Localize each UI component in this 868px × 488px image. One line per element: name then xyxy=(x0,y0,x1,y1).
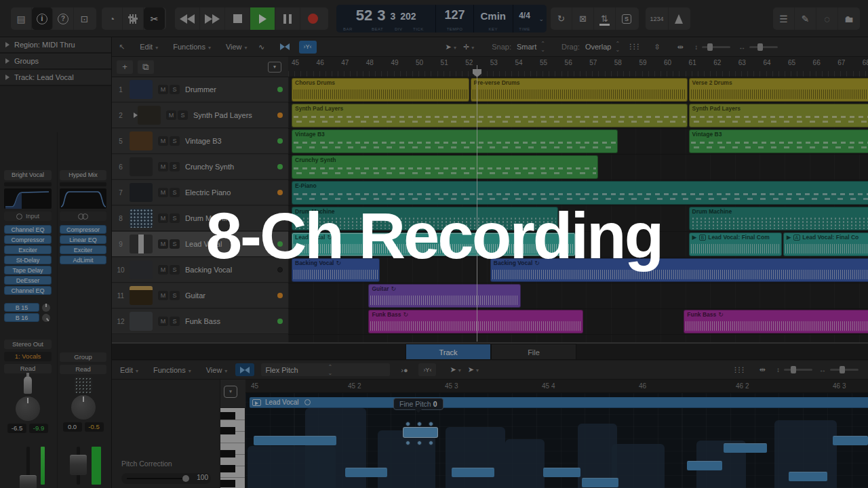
overlay-title: 8-Ch Recording xyxy=(206,199,663,273)
logic-pro-window: ▤ i ? ⊡ ◔ ✂ 52 3 3 202 BAR BEAT xyxy=(0,0,868,488)
